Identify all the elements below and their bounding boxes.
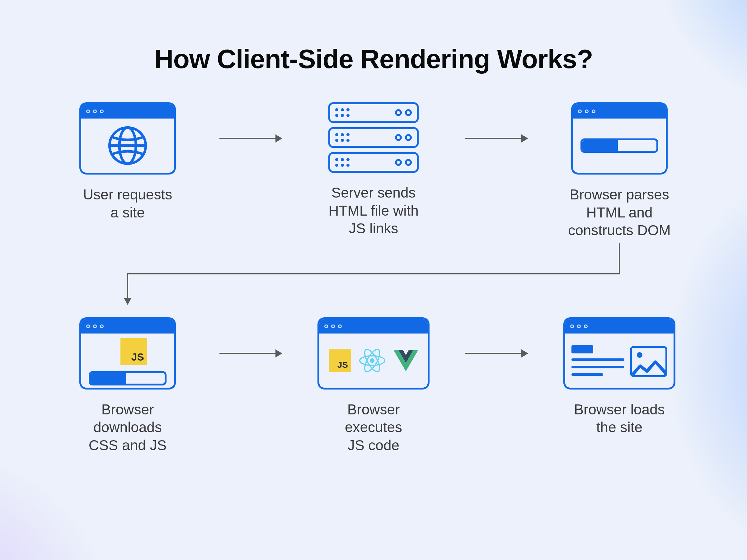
step-browser-downloads: JS BrowserdownloadsCSS and JS <box>62 317 193 455</box>
row-2: JS BrowserdownloadsCSS and JS JS <box>62 317 685 455</box>
step-label: Browser loadsthe site <box>574 401 665 436</box>
globe-icon <box>107 125 148 166</box>
step-user-requests: User requestsa site <box>62 102 193 221</box>
step-label: User requestsa site <box>83 186 172 221</box>
window-titlebar <box>565 319 673 334</box>
browser-window-icon: JS <box>317 317 430 390</box>
window-titlebar <box>81 319 174 334</box>
step-label: Browser parsesHTML andconstructs DOM <box>568 186 671 240</box>
step-browser-parses: Browser parsesHTML andconstructs DOM <box>554 102 685 240</box>
diagram-title: How Client-Side Rendering Works? <box>62 44 685 74</box>
arrow-1-2 <box>213 102 288 175</box>
step-label: BrowserexecutesJS code <box>345 401 402 455</box>
window-titlebar <box>319 319 428 334</box>
vue-logo-icon <box>393 350 418 371</box>
window-titlebar <box>81 104 174 118</box>
step-label: BrowserdownloadsCSS and JS <box>89 401 167 455</box>
js-logo-icon: JS <box>121 338 147 365</box>
browser-window-icon: JS <box>79 317 176 390</box>
arrow-5-6 <box>459 317 534 390</box>
image-placeholder-icon <box>630 346 667 377</box>
progress-bar-icon <box>89 371 166 385</box>
arrow-4-5 <box>213 317 288 390</box>
step-server-sends: Server sendsHTML file withJS links <box>308 102 439 238</box>
row-1: User requestsa site Server sendsHTML fil… <box>62 102 685 240</box>
server-icon <box>328 102 419 173</box>
arrow-2-3 <box>459 102 534 175</box>
step-label: Server sendsHTML file withJS links <box>328 184 419 238</box>
browser-window-icon <box>563 317 675 390</box>
connector-3-4 <box>62 243 685 305</box>
diagram-canvas: How Client-Side Rendering Works? <box>0 0 747 560</box>
react-logo-icon <box>359 347 386 374</box>
progress-bar-icon <box>581 138 658 153</box>
svg-marker-3 <box>124 298 131 305</box>
page-content-lines-icon <box>571 345 624 376</box>
browser-window-icon <box>79 102 176 175</box>
step-browser-executes: JS <box>308 317 439 455</box>
svg-point-4 <box>370 358 375 363</box>
js-logo-icon: JS <box>329 349 351 372</box>
step-browser-loads: Browser loadsthe site <box>554 317 685 436</box>
browser-window-icon <box>571 102 668 175</box>
window-titlebar <box>573 104 666 118</box>
